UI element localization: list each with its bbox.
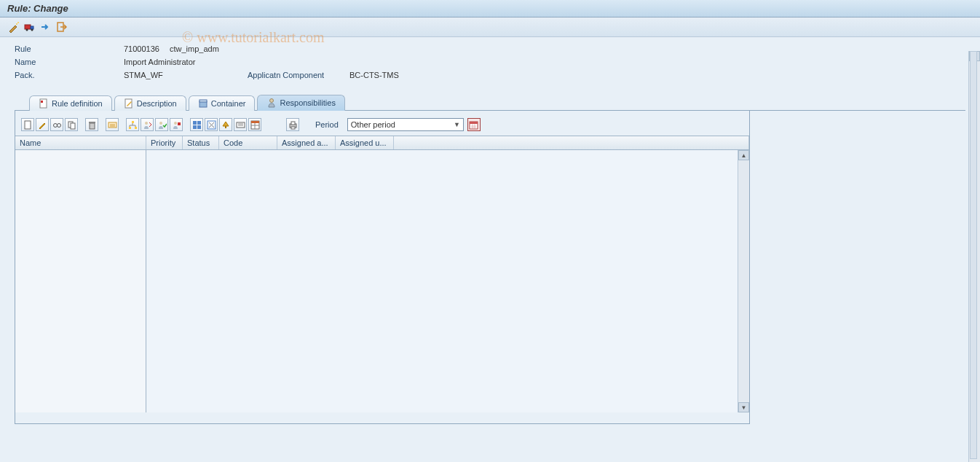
svg-rect-7 xyxy=(40,99,47,108)
appcomp-value: BC-CTS-TMS xyxy=(349,71,399,79)
svg-rect-31 xyxy=(197,125,201,129)
glasses-button[interactable] xyxy=(50,118,63,131)
svg-rect-11 xyxy=(199,100,207,102)
col-name[interactable]: Name xyxy=(15,136,146,149)
svg-point-1 xyxy=(17,22,19,23)
select-all-button[interactable] xyxy=(190,118,203,131)
scroll-up-icon[interactable]: ▲ xyxy=(738,150,749,160)
copy-button[interactable] xyxy=(65,118,78,131)
col-priority[interactable]: Priority xyxy=(146,136,183,149)
hierarchy-button[interactable] xyxy=(126,118,139,131)
scroll-down-icon[interactable]: ▼ xyxy=(738,402,749,412)
field-name: Name Import Administrator xyxy=(15,58,965,66)
name-label: Name xyxy=(15,58,124,66)
svg-point-24 xyxy=(145,122,148,125)
svg-rect-28 xyxy=(193,121,197,125)
create-button[interactable] xyxy=(21,118,34,131)
layout-button[interactable] xyxy=(248,118,261,131)
user-check-button[interactable] xyxy=(155,118,168,131)
tree-column[interactable] xyxy=(15,150,146,412)
col-assigned-a[interactable]: Assigned a... xyxy=(277,136,336,149)
svg-rect-22 xyxy=(129,127,131,129)
main-toolbar xyxy=(0,17,980,37)
tabstrip: Rule definition Description Container Re… xyxy=(15,94,965,111)
tab-label: Description xyxy=(137,99,177,108)
svg-rect-36 xyxy=(251,121,259,123)
user-assign-button[interactable] xyxy=(141,118,154,131)
tab-label: Container xyxy=(211,99,246,108)
name-value: Import Administrator xyxy=(124,58,195,66)
container-icon xyxy=(198,98,208,109)
expand-button[interactable] xyxy=(219,118,232,131)
data-column[interactable]: ▲ ▼ xyxy=(146,150,749,412)
window-title: Rule: Change xyxy=(0,0,980,17)
svg-rect-8 xyxy=(41,101,43,103)
rule-label: Rule xyxy=(15,44,124,53)
pack-value: STMA_WF xyxy=(124,71,197,79)
svg-rect-2 xyxy=(25,25,31,29)
svg-rect-29 xyxy=(197,121,201,125)
period-label: Period xyxy=(315,120,339,129)
responsibilities-panel: Period Other period ▼ Name Priority Stat… xyxy=(15,111,750,424)
tab-responsibilities[interactable]: Responsibilities xyxy=(257,95,344,111)
svg-rect-9 xyxy=(125,99,132,108)
svg-rect-30 xyxy=(193,125,197,129)
grid-header: Name Priority Status Code Assigned a... … xyxy=(15,136,749,150)
person-icon xyxy=(266,98,277,108)
grid-scrollbar[interactable]: ▲ ▼ xyxy=(738,150,749,412)
panel-toolbar: Period Other period ▼ xyxy=(15,118,749,136)
wand-icon[interactable] xyxy=(7,20,20,34)
tab-label: Rule definition xyxy=(52,99,103,108)
svg-rect-3 xyxy=(31,26,33,29)
user-remove-button[interactable] xyxy=(170,118,183,131)
svg-point-14 xyxy=(53,123,57,127)
calendar-button[interactable] xyxy=(467,118,481,131)
grid-body: ▲ ▼ xyxy=(15,150,749,412)
period-value: Other period xyxy=(351,120,395,129)
appcomp-label: Applicatn Component xyxy=(248,71,349,79)
tab-label: Responsibilities xyxy=(280,98,335,107)
content-area: Rule 71000136 ctw_imp_adm Name Import Ad… xyxy=(0,37,980,431)
svg-point-0 xyxy=(16,23,17,25)
svg-rect-27 xyxy=(178,122,181,125)
period-select[interactable]: Other period ▼ xyxy=(347,118,464,131)
svg-rect-17 xyxy=(71,123,75,129)
delete-button[interactable] xyxy=(85,118,98,131)
col-status[interactable]: Status xyxy=(183,136,219,149)
svg-rect-13 xyxy=(25,121,31,129)
field-rule: Rule 71000136 ctw_imp_adm xyxy=(15,44,965,53)
collapse-button[interactable] xyxy=(234,118,247,131)
rule-tech-name: ctw_imp_adm xyxy=(170,44,219,53)
field-pack: Pack. STMA_WF Applicatn Component BC-CTS… xyxy=(15,71,965,79)
document-red-icon xyxy=(39,98,49,109)
dropdown-arrow-icon: ▼ xyxy=(454,121,460,128)
rule-id: 71000136 xyxy=(124,44,159,53)
tab-description[interactable]: Description xyxy=(114,95,186,111)
delimit-button[interactable] xyxy=(106,118,119,131)
svg-rect-21 xyxy=(132,121,134,123)
edit-button[interactable] xyxy=(36,118,49,131)
title-text: Rule: Change xyxy=(7,3,68,14)
deselect-button[interactable] xyxy=(205,118,218,131)
pack-label: Pack. xyxy=(15,71,124,79)
print-button[interactable] xyxy=(286,118,299,131)
exit-icon[interactable] xyxy=(55,20,68,34)
page-scrollbar-track[interactable] xyxy=(970,51,977,459)
tab-container[interactable]: Container xyxy=(189,95,256,111)
col-code[interactable]: Code xyxy=(219,136,277,149)
svg-point-25 xyxy=(159,122,162,125)
svg-point-26 xyxy=(174,122,177,125)
edit-icon xyxy=(124,98,134,109)
svg-rect-41 xyxy=(470,122,478,124)
tab-rule-definition[interactable]: Rule definition xyxy=(29,95,112,111)
svg-rect-19 xyxy=(89,122,95,123)
svg-point-12 xyxy=(270,99,274,103)
arrow-right-icon[interactable] xyxy=(39,20,52,34)
svg-rect-18 xyxy=(90,123,95,129)
svg-rect-23 xyxy=(135,127,137,129)
truck-icon[interactable] xyxy=(23,20,36,34)
svg-point-5 xyxy=(31,29,33,31)
col-assigned-u[interactable]: Assigned u... xyxy=(336,136,394,149)
svg-rect-38 xyxy=(291,122,295,125)
svg-point-4 xyxy=(26,29,28,31)
